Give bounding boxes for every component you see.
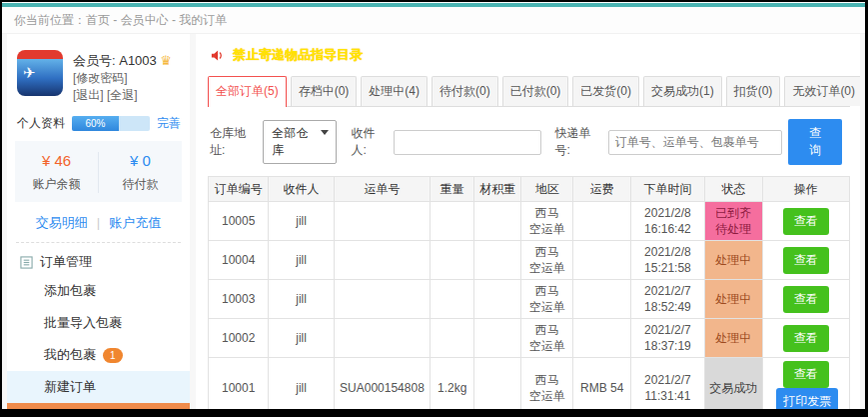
sidebar-item-add-package[interactable]: 添加包裹 bbox=[7, 275, 190, 307]
member-number: 会员号: A1003 bbox=[73, 53, 157, 68]
breadcrumb: 你当前位置：首页 - 会员中心 - 我的订单 bbox=[2, 7, 865, 34]
speaker-icon bbox=[210, 48, 225, 63]
sidebar: ✈ 会员号: A1003 ♛ [修改密码] [退出] [全退] 个人资料 60%… bbox=[7, 34, 190, 409]
table-row: 10002 jill 西马 空运单 2021/2/7 18:37:19 处理中 … bbox=[209, 319, 850, 358]
browser-window: 你当前位置：首页 - 会员中心 - 我的订单 ✈ 会员号: A1003 ♛ [修… bbox=[0, 0, 868, 417]
account-summary: ¥ 46 账户余额 ¥ 0 待付款 bbox=[15, 141, 182, 202]
menu-title: 订单管理 bbox=[40, 253, 92, 271]
due-label: 待付款 bbox=[99, 176, 182, 193]
table-row: 10001 jill SUA000154808 1.2kg 西马 空运单 RMB… bbox=[209, 358, 850, 410]
breadcrumb-path[interactable]: 首页 - 会员中心 - 我的订单 bbox=[86, 13, 227, 27]
profile-progress-bar: 60% bbox=[72, 116, 150, 131]
packages-count-badge: 1 bbox=[103, 348, 123, 363]
announcement-link[interactable]: 禁止寄递物品指导目录 bbox=[233, 46, 363, 64]
status-badge: 处理中 bbox=[704, 280, 762, 319]
sidebar-item-my-packages[interactable]: 我的包裹1 bbox=[7, 339, 190, 371]
view-button[interactable]: 查看 bbox=[783, 286, 829, 313]
complete-profile-link[interactable]: 完善 bbox=[157, 115, 181, 132]
order-no: 10003 bbox=[209, 280, 269, 319]
main-content: 禁止寄递物品指导目录 全部订单(5) 存档中(0) 处理中(4) 待付款(0) … bbox=[196, 34, 860, 409]
status-badge: 已到齐 待处理 bbox=[704, 202, 762, 241]
table-row: 10005 jill 西马 空运单 2021/2/8 16:16:42 已到齐 … bbox=[209, 202, 850, 241]
view-button[interactable]: 查看 bbox=[783, 247, 829, 274]
table-row: 10004 jill 西马 空运单 2021/2/8 15:21:58 处理中 … bbox=[209, 241, 850, 280]
transactions-link[interactable]: 交易明细 bbox=[36, 215, 88, 230]
tab-withheld[interactable]: 扣货(0) bbox=[726, 76, 781, 106]
plane-icon: ✈ bbox=[23, 64, 36, 82]
orders-table: 订单编号 收件人 运单号 重量 材积重 地区 运费 下单时间 状态 操作 bbox=[208, 176, 850, 409]
tab-all-orders[interactable]: 全部订单(5) bbox=[208, 76, 287, 107]
announcement: 禁止寄递物品指导目录 bbox=[208, 42, 850, 76]
table-row: 10003 jill 西马 空运单 2021/2/7 18:52:49 处理中 … bbox=[209, 280, 850, 319]
print-invoice-button[interactable]: 打印发票 bbox=[776, 388, 838, 409]
crown-icon: ♛ bbox=[160, 53, 172, 68]
tab-archived[interactable]: 存档中(0) bbox=[291, 76, 358, 106]
view-button[interactable]: 查看 bbox=[783, 361, 829, 388]
divider: | bbox=[97, 215, 100, 230]
balance-label: 账户余额 bbox=[15, 176, 98, 193]
tracking-label: 快递单号: bbox=[555, 125, 602, 159]
due-value: ¥ 0 bbox=[99, 152, 182, 169]
tab-invalid[interactable]: 无效订单(0) bbox=[784, 76, 860, 106]
page: 你当前位置：首页 - 会员中心 - 我的订单 ✈ 会员号: A1003 ♛ [修… bbox=[2, 2, 865, 409]
tab-pending-payment[interactable]: 待付款(0) bbox=[432, 76, 498, 106]
breadcrumb-label: 你当前位置： bbox=[14, 13, 86, 27]
order-no: 10005 bbox=[209, 202, 269, 241]
warehouse-label: 仓库地址: bbox=[210, 125, 257, 159]
table-header-row: 订单编号 收件人 运单号 重量 材积重 地区 运费 下单时间 状态 操作 bbox=[209, 177, 850, 202]
order-no: 10002 bbox=[209, 319, 269, 358]
status-badge: 处理中 bbox=[704, 241, 762, 280]
logout-links[interactable]: [退出] [全退] bbox=[73, 87, 172, 104]
sidebar-item-batch-import[interactable]: 批量导入包裹 bbox=[7, 307, 190, 339]
warehouse-select[interactable]: 全部仓库 bbox=[263, 120, 337, 164]
order-no: 10004 bbox=[209, 241, 269, 280]
tab-paid[interactable]: 已付款(0) bbox=[502, 76, 569, 106]
order-tabs: 全部订单(5) 存档中(0) 处理中(4) 待付款(0) 已付款(0) 已发货(… bbox=[208, 76, 850, 107]
order-no: 10001 bbox=[209, 358, 269, 410]
change-password-link[interactable]: [修改密码] bbox=[73, 70, 172, 87]
sidebar-item-my-orders[interactable]: 我的订单0 bbox=[7, 403, 190, 409]
recipient-label: 收件人: bbox=[351, 125, 387, 159]
view-button[interactable]: 查看 bbox=[783, 325, 829, 352]
view-button[interactable]: 查看 bbox=[783, 208, 829, 235]
tab-processing[interactable]: 处理中(4) bbox=[361, 76, 428, 106]
recipient-input[interactable] bbox=[394, 130, 541, 155]
recharge-link[interactable]: 账户充值 bbox=[109, 215, 161, 230]
avatar[interactable]: ✈ bbox=[17, 50, 63, 96]
profile-progress-fill: 60% bbox=[72, 116, 119, 131]
tab-completed[interactable]: 交易成功(1) bbox=[643, 76, 722, 106]
tracking-input[interactable] bbox=[608, 130, 782, 155]
profile-label: 个人资料 bbox=[17, 115, 65, 132]
status-badge: 交易成功 bbox=[704, 358, 762, 410]
balance-value: ¥ 46 bbox=[15, 152, 98, 169]
tab-shipped[interactable]: 已发货(0) bbox=[572, 76, 639, 106]
filter-bar: 仓库地址: 全部仓库 收件人: 快递单号: 查询 bbox=[208, 107, 850, 176]
sidebar-item-new-order[interactable]: 新建订单 bbox=[7, 371, 190, 403]
user-card: ✈ 会员号: A1003 ♛ [修改密码] [退出] [全退] bbox=[7, 42, 190, 110]
status-badge: 处理中 bbox=[704, 319, 762, 358]
query-button[interactable]: 查询 bbox=[788, 119, 842, 165]
list-icon bbox=[20, 256, 33, 269]
